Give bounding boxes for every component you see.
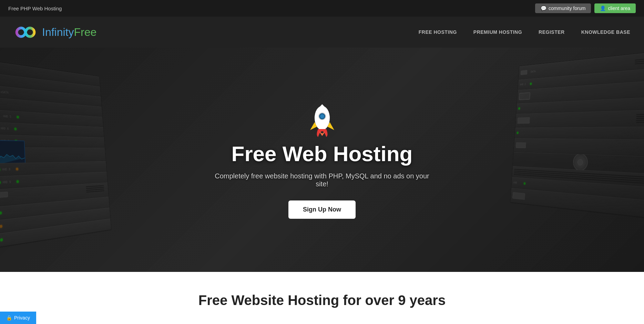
section-title: Free Website Hosting for over 9 years: [14, 293, 630, 308]
nav-item-knowledge-base[interactable]: KNOWLEDGE BASE: [581, 29, 630, 35]
section-below: Free Website Hosting for over 9 years: [0, 272, 644, 315]
nav-item-premium-hosting[interactable]: PREMIUM HOSTING: [473, 29, 522, 35]
hero-content: Free Web Hosting Completely free website…: [202, 101, 443, 219]
chat-icon: 💬: [541, 6, 546, 11]
logo-text: InfinityFree: [42, 26, 96, 39]
rocket-icon: [305, 101, 339, 139]
nav-item-register[interactable]: REGISTER: [539, 29, 565, 35]
user-icon: 👤: [600, 6, 606, 11]
nav-item-free-hosting[interactable]: FREE HOSTING: [419, 29, 457, 35]
nav-links: FREE HOSTING PREMIUM HOSTING REGISTER KN…: [419, 29, 630, 35]
top-bar-actions: 💬 community forum 👤 client area: [535, 3, 636, 13]
svg-point-2: [320, 114, 324, 118]
top-bar: Free PHP Web Hosting 💬 community forum 👤…: [0, 0, 644, 17]
client-area-button[interactable]: 👤 client area: [594, 3, 636, 13]
hero-title: Free Web Hosting: [208, 141, 436, 166]
logo-link[interactable]: InfinityFree: [14, 23, 96, 42]
community-forum-label: community forum: [549, 6, 585, 11]
privacy-badge[interactable]: 🔒 Privacy: [0, 312, 36, 315]
hero-section: STATUS LAN USB eSATA HHD 1: [0, 48, 644, 272]
hero-subtitle: Completely free website hosting with PHP…: [208, 172, 436, 188]
client-area-label: client area: [608, 6, 630, 11]
signup-button[interactable]: Sign Up Now: [288, 200, 356, 219]
top-bar-title: Free PHP Web Hosting: [8, 6, 62, 11]
logo-svg-icon: [14, 23, 37, 42]
navbar: InfinityFree FREE HOSTING PREMIUM HOSTIN…: [0, 17, 644, 48]
community-forum-button[interactable]: 💬 community forum: [535, 3, 591, 13]
